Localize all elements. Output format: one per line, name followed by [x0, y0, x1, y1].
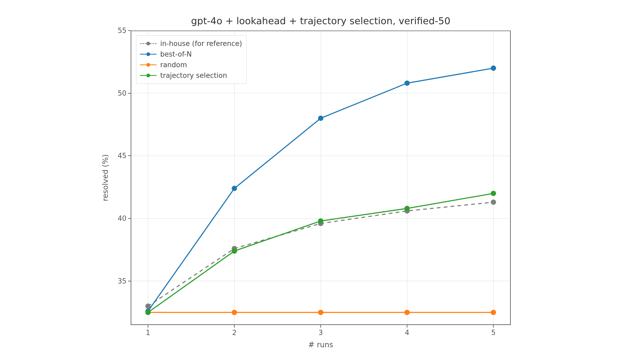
series-marker [491, 191, 496, 196]
series-marker [318, 116, 323, 121]
chart-canvas: { "chart_data": { "type": "line", "title… [0, 0, 626, 364]
legend-label: best-of-N [160, 50, 192, 58]
series-marker [232, 248, 237, 254]
series-line [148, 68, 493, 311]
legend-swatch [140, 62, 156, 68]
series-line [148, 202, 493, 306]
legend-entry: random [140, 60, 242, 70]
legend: in-house (for reference)best-of-Nrandomt… [136, 35, 247, 84]
legend-entry: in-house (for reference) [140, 38, 242, 49]
series-marker [232, 310, 237, 315]
series-marker [491, 200, 496, 205]
legend-label: in-house (for reference) [160, 40, 242, 48]
series-marker [404, 310, 410, 315]
series-marker [318, 310, 323, 315]
legend-label: random [160, 61, 187, 69]
legend-swatch [140, 40, 156, 47]
series-marker [404, 206, 410, 211]
data-lines [0, 0, 626, 364]
series-marker [232, 186, 237, 191]
legend-label: trajectory selection [160, 71, 227, 79]
series-marker [318, 218, 323, 224]
legend-entry: best-of-N [140, 49, 242, 60]
series-marker [404, 81, 410, 86]
series-marker [491, 65, 496, 71]
legend-entry: trajectory selection [140, 70, 242, 81]
series-line [148, 193, 493, 312]
series-marker [491, 310, 496, 315]
legend-swatch [140, 51, 156, 57]
series-marker [145, 310, 151, 315]
legend-swatch [140, 72, 156, 79]
